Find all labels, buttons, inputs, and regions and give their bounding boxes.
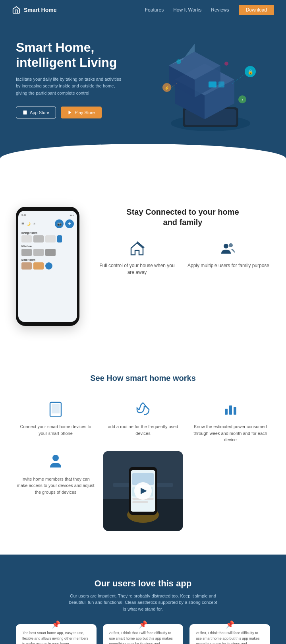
brand-label: Smart Home xyxy=(24,7,56,13)
home-logo-icon xyxy=(12,6,21,14)
svg-marker-25 xyxy=(137,242,144,248)
svg-marker-1 xyxy=(68,111,71,114)
phone-camera-btn[interactable]: 📷 xyxy=(55,219,64,228)
testimonial-card-1: 📌 At first, I think that I will face dif… xyxy=(103,624,184,644)
features-section: 9:41 ●●● ☰ 🌙 ☀ 📷 + li xyxy=(0,183,286,350)
svg-rect-32 xyxy=(234,407,236,415)
features-inner: 9:41 ●●● ☰ 🌙 ☀ 📷 + li xyxy=(16,207,270,326)
svg-text:⚡: ⚡ xyxy=(164,85,170,91)
how-grid: Connect your smart home devices to your … xyxy=(16,399,270,531)
how-section-title: See How smart home works xyxy=(16,374,270,383)
svg-rect-29 xyxy=(52,404,60,413)
svg-rect-12 xyxy=(209,81,216,87)
video-background xyxy=(103,451,183,531)
phone-bedroom-label: Bed Room xyxy=(21,258,74,261)
phone-frame: 9:41 ●●● ☰ 🌙 ☀ 📷 + li xyxy=(16,207,79,326)
bar-chart-icon xyxy=(220,399,240,419)
how-text-3: Invite home members that they can make a… xyxy=(16,476,95,496)
svg-point-27 xyxy=(229,243,233,247)
users-icon xyxy=(219,239,238,258)
play-icon xyxy=(68,110,72,115)
testimonial-text-0: The best smart home app, easy to use, fl… xyxy=(22,630,90,644)
svg-text:♪: ♪ xyxy=(242,98,243,102)
how-text-2: Know the estimated power consumed throug… xyxy=(191,423,270,443)
feature-card-1: Apply multiple users for family purpose xyxy=(187,239,270,276)
navbar-links: Features How It Works Reviews Download xyxy=(145,5,274,15)
how-text-1: add a routine for the frequently used de… xyxy=(103,423,183,436)
recycle-icon xyxy=(133,399,153,419)
hero-title: Smart Home, intelligent Living xyxy=(16,40,127,70)
phone-bedroom-devices xyxy=(21,262,74,270)
hero-content: Smart Home, intelligent Living facilitat… xyxy=(16,40,270,135)
house-3d-illustration: 🔒 ⚡ ♪ xyxy=(143,40,266,135)
features-right: Stay Connected to your homeand family Fu… xyxy=(95,207,270,276)
how-card-1: add a routine for the frequently used de… xyxy=(103,399,183,436)
phone-top-bar: 9:41 ●●● xyxy=(21,214,74,216)
svg-rect-13 xyxy=(218,81,224,87)
features-grid: Full control of your house when you are … xyxy=(95,239,270,276)
feature-text-0: Full control of your house when you are … xyxy=(95,262,179,276)
tablet-icon xyxy=(46,399,66,419)
playstore-button[interactable]: Play Store xyxy=(61,107,102,118)
how-it-works-section: See How smart home works Connect your sm… xyxy=(0,350,286,555)
svg-point-21 xyxy=(224,62,228,66)
svg-rect-30 xyxy=(225,409,228,415)
apple-icon xyxy=(23,110,27,115)
hero-buttons: App Store Play Store xyxy=(16,107,127,118)
svg-point-33 xyxy=(52,455,59,461)
download-button[interactable]: Download xyxy=(239,5,274,15)
feature-card-0: Full control of your house when you are … xyxy=(95,239,179,276)
testimonial-text-2: At first, I think that I will face diffi… xyxy=(196,630,264,644)
phone-add-btn[interactable]: + xyxy=(65,219,74,228)
how-card-3: Invite home members that they can make a… xyxy=(16,451,95,496)
testimonials-title: Our users love this app xyxy=(16,578,270,589)
pin-icon-2: 📌 xyxy=(226,620,234,629)
feature-text-1: Apply multiple users for family purpose xyxy=(187,262,270,269)
testimonial-card-0: 📌 The best smart home app, easy to use, … xyxy=(16,624,97,644)
svg-text:🔒: 🔒 xyxy=(247,69,253,75)
phone-icons-row: ☰ 🌙 ☀ 📷 + xyxy=(21,219,74,228)
hero-section: Smart Home, intelligent Living facilitat… xyxy=(0,20,286,183)
svg-rect-31 xyxy=(229,405,232,415)
phone-kitchen-label: Kitchen xyxy=(21,245,74,248)
phone-kitchen-devices xyxy=(21,249,74,256)
phone-living-room-devices xyxy=(21,235,74,242)
testimonial-card-2: 📌 At first, I think that I will face dif… xyxy=(189,624,270,644)
svg-line-22 xyxy=(232,74,245,83)
navbar: Smart Home Features How It Works Reviews… xyxy=(0,0,286,20)
nav-features[interactable]: Features xyxy=(145,7,164,13)
house-icon xyxy=(128,239,147,258)
navbar-brand: Smart Home xyxy=(12,6,56,14)
how-text-0: Connect your smart home devices to your … xyxy=(16,423,95,436)
how-card-2: Know the estimated power consumed throug… xyxy=(191,399,270,443)
testimonials-subtitle: Our users are impatient. They're probabl… xyxy=(68,593,218,613)
nav-how-it-works[interactable]: How It Works xyxy=(173,7,201,13)
person-icon xyxy=(46,451,66,471)
video-play-button[interactable] xyxy=(134,482,152,500)
features-title: Stay Connected to your homeand family xyxy=(95,207,270,227)
svg-rect-0 xyxy=(23,111,27,114)
phone-mockup: 9:41 ●●● ☰ 🌙 ☀ 📷 + li xyxy=(16,207,79,326)
phone-screen: 9:41 ●●● ☰ 🌙 ☀ 📷 + li xyxy=(18,211,77,322)
testimonials-grid: 📌 The best smart home app, easy to use, … xyxy=(16,624,270,644)
hero-text: Smart Home, intelligent Living facilitat… xyxy=(16,40,127,118)
hero-illustration: 🔒 ⚡ ♪ xyxy=(143,40,270,135)
pin-icon-1: 📌 xyxy=(139,620,147,629)
svg-point-20 xyxy=(176,59,181,64)
nav-reviews[interactable]: Reviews xyxy=(211,7,229,13)
pin-icon-0: 📌 xyxy=(52,620,60,629)
svg-rect-44 xyxy=(132,501,148,503)
how-card-0: Connect your smart home devices to your … xyxy=(16,399,95,436)
testimonials-section: Our users love this app Our users are im… xyxy=(0,555,286,644)
testimonial-text-1: At first, I think that I will face diffi… xyxy=(109,630,177,644)
hero-subtitle: facilitate your daily life by taking on … xyxy=(16,76,127,97)
how-video[interactable] xyxy=(103,451,183,531)
phone-living-room-label: living Room xyxy=(21,231,74,234)
appstore-button[interactable]: App Store xyxy=(16,107,56,118)
svg-point-26 xyxy=(224,244,228,248)
